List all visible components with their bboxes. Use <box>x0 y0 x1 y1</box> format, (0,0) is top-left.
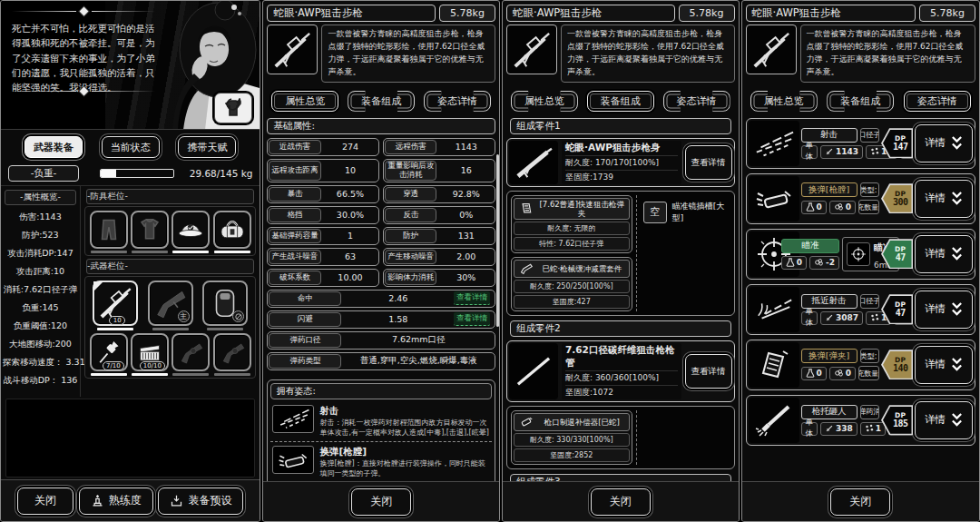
magazine-icon <box>517 202 535 216</box>
detail-button[interactable]: 详情 <box>915 124 973 163</box>
stat-label: 产生战斗噪音 <box>269 250 320 264</box>
weapon-slot-shield[interactable] <box>202 281 248 326</box>
close-button[interactable]: 关闭 <box>17 488 74 515</box>
detail-button[interactable]: 详情 <box>915 235 973 273</box>
stances-body: 射击 7.62口径子弹x1 单体 1143 10 0 0 DP147 详情 <box>742 118 980 481</box>
mastery-button[interactable]: 熟练度 <box>79 488 153 515</box>
armor-slot-shirt[interactable] <box>131 211 169 249</box>
close-button[interactable]: 关闭 <box>591 488 651 516</box>
scrollbar[interactable] <box>496 154 499 327</box>
preset-button[interactable]: 装备预设 <box>158 488 243 515</box>
double-chevron-down-icon <box>951 191 963 206</box>
sub-parts-area: [7.62普通]快速狙击枪弹夹 耐久度: 无限的 特性: 7.62口径子弹 巳蛇… <box>506 191 735 316</box>
armor-slot-pants[interactable] <box>90 211 128 249</box>
detail-button[interactable]: 详情 <box>915 401 973 439</box>
sub-part-card[interactable]: 巳蛇·枪械缓冲减震套件 耐久度: 250/250[100%] 坚固度:427 <box>511 257 632 311</box>
nav-row: 武器装备 当前状态 携带天赋 <box>1 130 260 163</box>
part-section-3: 组成零件3 碳纤维击发装置[狙击枪] 耐久度: 265/265[100%] 坚固… <box>506 474 735 481</box>
revolver-icon <box>177 339 204 366</box>
tab-talents[interactable]: 携带天赋 <box>178 136 236 158</box>
base-attributes-header: 基础属性: <box>267 118 495 134</box>
weapon-slot-sniper-rifle[interactable]: 10 <box>93 281 138 326</box>
sub-part-name: [7.62普通]快速狙击枪弹夹 <box>538 200 626 218</box>
attribute-line: 探索移动速度： 3.31 <box>3 357 78 369</box>
shot-icon <box>749 121 799 166</box>
tab-equipment-composition[interactable]: 装备组成 <box>587 91 654 112</box>
item-slot-ammo-box[interactable]: 10/10 <box>131 333 169 371</box>
weapon-overview-panel: 蛇眼·AWP狙击步枪 5.78kg 一款曾被警方青睐的高精度狙击步枪，枪身点缀了… <box>262 0 500 522</box>
stat-value: 1143 <box>437 139 495 155</box>
attribute-line: 负重阈值:120 <box>3 320 78 332</box>
ornament-divider-top <box>12 8 155 15</box>
part-section-header: 组成零件1 <box>510 118 731 134</box>
stat-row: 产生战斗噪音63 产生移动噪音2.00 <box>267 248 495 266</box>
shield-mod-badge-icon <box>232 310 244 322</box>
close-button[interactable]: 关闭 <box>351 488 411 516</box>
stance-row-aim: 瞄准 0 -2 瞄准 6min <box>746 229 976 280</box>
stance-row-reload-magazine: 换弹[弹夹] 填充类型: 弹夹 0 0 填充数量: 1 DP140 详情 <box>746 340 976 390</box>
part-section-header: 组成零件2 <box>510 320 731 337</box>
dp-cost-badge: DP300 <box>881 183 913 213</box>
armor-slot-bag[interactable] <box>213 211 251 249</box>
stat-label: 闪避 <box>269 312 341 327</box>
weight-row: -负重- 29.68/145 kg <box>1 163 260 185</box>
tab-current-status[interactable]: 当前状态 <box>102 136 160 158</box>
stat-value: 7.62mm口径 <box>342 332 495 349</box>
view-details-button[interactable]: 查看详情 <box>685 145 732 180</box>
stat-row: 命中2.46查看详情 <box>267 290 495 308</box>
detail-button[interactable]: 详情 <box>915 180 973 218</box>
dp-cost-badge: DP185 <box>881 405 913 435</box>
parts-footer: 关闭 <box>503 481 739 521</box>
attack-stat-chip: 338 <box>820 422 858 436</box>
sub-part-card[interactable]: [7.62普通]快速狙击枪弹夹 耐久度: 无限的 特性: 7.62口径子弹 <box>511 195 632 253</box>
weapon-name: 蛇眼·AWP狙击步枪 <box>267 5 436 22</box>
durability-bar <box>152 328 189 330</box>
tab-stance-details[interactable]: 姿态详情 <box>663 91 730 112</box>
weapon-slot-sidearm[interactable]: 主 <box>148 281 193 326</box>
stance-row-shoot: 射击 7.62口径子弹x1 单体 1143 10 0 0 DP147 详情 <box>746 118 976 169</box>
stat-label: 近战伤害 <box>269 140 320 154</box>
primary-badge: 主 <box>178 310 190 322</box>
tab-attribute-overview[interactable]: 属性总览 <box>271 91 338 112</box>
item-slot-flare[interactable]: 7/10 <box>90 333 128 371</box>
outfit-change-icon <box>221 98 245 118</box>
part-solidity: 坚固度:1072 <box>565 385 678 399</box>
tab-stance-details[interactable]: 姿态详情 <box>424 91 491 112</box>
item-slot-locked-1[interactable] <box>172 333 210 371</box>
view-details-link[interactable]: 查看详情 <box>454 312 490 326</box>
stat-value: 1.58 <box>342 311 454 328</box>
gun-body-icon <box>509 141 558 184</box>
tab-equipment-composition[interactable]: 装备组成 <box>348 91 415 112</box>
tab-attribute-overview[interactable]: 属性总览 <box>511 91 578 112</box>
weapon-description: 一款曾被警方青睐的高精度狙击步枪，枪身点缀了独特的蛇形彩绘，使用7.62口径全威… <box>321 25 495 83</box>
stat-value: 30% <box>437 270 495 286</box>
tab-attribute-overview[interactable]: 属性总览 <box>750 91 818 112</box>
detail-button[interactable]: 详情 <box>915 291 973 329</box>
stance-name-chip: 瞄准 <box>781 239 839 253</box>
detail-button[interactable]: 详情 <box>915 346 973 384</box>
target-type-chip: 单体 <box>801 145 818 159</box>
durability-bar <box>97 328 133 330</box>
tab-stance-details[interactable]: 姿态详情 <box>904 91 971 112</box>
stat-row: 破坏系数10.00 影响体力消耗30% <box>267 269 495 287</box>
part-solidity: 坚固度:1739 <box>565 170 678 183</box>
empty-scope-slot[interactable]: 空 瞄准镜插槽[大型] <box>642 195 730 230</box>
outfit-button[interactable] <box>214 93 252 123</box>
shirt-icon <box>136 216 163 243</box>
tab-equipment-composition[interactable]: 装备组成 <box>827 91 894 112</box>
armor-slot-group <box>84 206 256 256</box>
durability-bar <box>207 328 243 330</box>
ammo-cost-box: 无弹药消耗 <box>860 405 880 419</box>
footsteps-icon <box>865 424 874 433</box>
shot-icon <box>272 405 314 433</box>
armor-slot-cap[interactable] <box>172 211 210 249</box>
view-details-link[interactable]: 查看详情 <box>454 291 490 305</box>
stat-label: 命中 <box>269 291 341 306</box>
item-slot-locked-2[interactable] <box>213 333 251 371</box>
close-button[interactable]: 关闭 <box>830 488 890 516</box>
sub-part-card[interactable]: 枪口制退补偿器[巳蛇] 耐久度: 330/330[100%] 坚固度:2852 <box>511 410 632 465</box>
view-details-button[interactable]: 查看详情 <box>685 354 732 389</box>
fill-count-box: 填充数量: 1 <box>858 366 879 380</box>
sub-part-solidity: 坚固度:2852 <box>514 448 630 462</box>
tab-weapon-equip[interactable]: 武器装备 <box>24 136 83 158</box>
